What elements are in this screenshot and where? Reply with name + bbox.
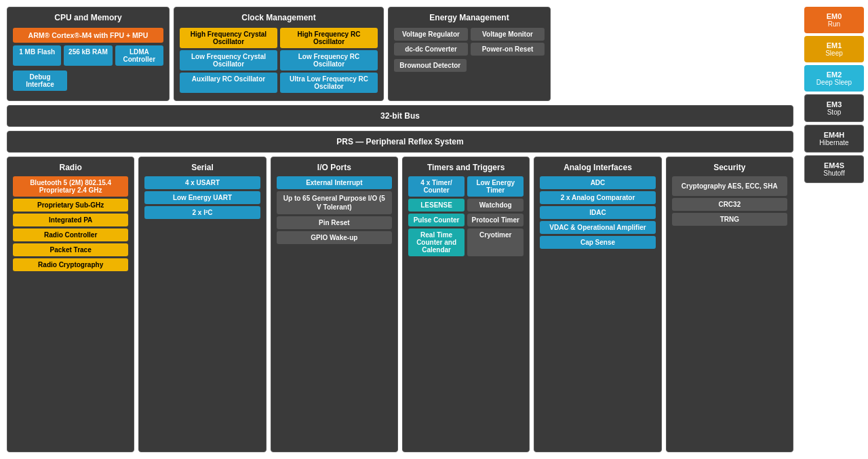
por-btn: Power-on Reset — [471, 43, 545, 56]
io-section: I/O Ports External Interrupt Up to 65 Ge… — [271, 157, 398, 452]
lfxo-btn: Low Frequency Crystal Oscillator — [180, 50, 277, 71]
rtc-btn: Real Time Counter and Calendar — [408, 228, 465, 256]
pin-btn: Pin Reset — [277, 216, 392, 229]
em0-badge: EM0 Run — [804, 7, 864, 33]
watchdog-btn: Watchdog — [467, 199, 524, 212]
vdac-btn: VDAC & Operational Amplifier — [540, 221, 655, 234]
clock-section: Clock Management High Frequency Crystal … — [174, 7, 384, 101]
cryo-btn: Cryotimer — [467, 228, 524, 256]
clock-title: Clock Management — [180, 13, 378, 22]
timers-row3: Pulse Counter Protocol Timer — [408, 214, 524, 228]
cpu-section: CPU and Memory ARM® Cortex®-M4 with FPU … — [7, 7, 170, 101]
timers-row2: LESENSE Watchdog — [408, 199, 524, 214]
main-content: CPU and Memory ARM® Cortex®-M4 with FPU … — [0, 0, 800, 459]
wake-btn: GPIO Wake-up — [277, 231, 392, 244]
cap-btn: Cap Sense — [540, 236, 655, 249]
em3-sub: Stop — [808, 108, 861, 116]
pulse-btn: Pulse Counter — [408, 214, 465, 226]
em2-badge: EM2 Deep Sleep — [804, 65, 864, 92]
bt-btn: Bluetooth 5 (2M) 802.15.4 Proprietary 2.… — [13, 176, 128, 197]
trng-btn: TRNG — [672, 213, 787, 226]
em4s-sub: Shutoff — [808, 169, 861, 177]
usart-btn: 4 x USART — [144, 176, 260, 189]
ctrl-btn: Radio Controller — [13, 228, 128, 241]
io-title: I/O Ports — [277, 163, 392, 172]
ext-btn: External Interrupt — [277, 176, 392, 189]
gpio-btn: Up to 65 General Purpose I/O (5 V Tolera… — [277, 191, 392, 214]
ldma-btn: LDMA Controller — [115, 45, 163, 66]
em0-sub: Run — [807, 20, 861, 28]
timers-title: Timers and Triggers — [408, 163, 524, 172]
energy-title: Energy Management — [394, 13, 545, 22]
em2-label: EM2 — [807, 71, 861, 79]
em3-label: EM3 — [808, 100, 861, 108]
timers-row4: Real Time Counter and Calendar Cryotimer — [408, 228, 524, 258]
radio-title: Radio — [13, 163, 128, 172]
bottom-row: Radio Bluetooth 5 (2M) 802.15.4 Propriet… — [7, 157, 793, 452]
debug-btn: Debug Interface — [13, 71, 67, 91]
prs-row: PRS — Peripheral Reflex System — [7, 131, 793, 153]
timers-section: Timers and Triggers 4 x Timer/ Counter L… — [402, 157, 530, 452]
flash-btn: 1 MB Flash — [13, 45, 61, 66]
hfxo-btn: High Frequency Crystal Oscillator — [180, 28, 277, 48]
analog-title: Analog Interfaces — [540, 163, 655, 172]
clock-row2: Low Frequency Crystal Oscillator Low Fre… — [180, 50, 378, 73]
em1-badge: EM1 Sleep — [804, 36, 864, 62]
trace-btn: Packet Trace — [13, 243, 128, 256]
em4s-badge: EM4S Shutoff — [804, 155, 864, 183]
vmon-btn: Voltage Monitor — [471, 28, 545, 41]
em4h-label: EM4H — [808, 131, 861, 139]
dcdc-btn: dc-dc Converter — [394, 43, 468, 56]
cpu-title: CPU and Memory — [13, 13, 163, 22]
crc-btn: CRC32 — [672, 198, 787, 211]
timer-btn: 4 x Timer/ Counter — [408, 176, 465, 197]
serial-title: Serial — [144, 163, 260, 172]
vreg-btn: Voltage Regulator — [394, 28, 468, 41]
energy-section: Energy Management Voltage Regulator Volt… — [388, 7, 551, 101]
em4h-sub: Hibernate — [808, 139, 861, 146]
clock-row3: Auxillary RC Oscillator Ultra Low Freque… — [180, 73, 378, 95]
energy-row2: dc-dc Converter Power-on Reset — [394, 43, 545, 58]
em1-sub: Sleep — [807, 49, 861, 57]
idac-btn: IDAC — [540, 206, 655, 219]
crypto-btn: Radio Cryptography — [13, 258, 128, 271]
letimer-btn: Low Energy Timer — [467, 176, 524, 197]
energy-row1: Voltage Regulator Voltage Monitor — [394, 28, 545, 43]
timers-row1: 4 x Timer/ Counter Low Energy Timer — [408, 176, 524, 199]
pa-btn: Integrated PA — [13, 214, 128, 226]
arm-btn: ARM® Cortex®-M4 with FPU + MPU — [13, 28, 163, 43]
adc-btn: ADC — [540, 176, 655, 189]
em0-label: EM0 — [807, 12, 861, 20]
top-row: CPU and Memory ARM® Cortex®-M4 with FPU … — [7, 7, 793, 101]
comp-btn: 2 x Analog Comparator — [540, 191, 655, 204]
ram-btn: 256 kB RAM — [64, 45, 112, 66]
ulfrco-btn: Ultra Low Frequency RC Oscilator — [280, 73, 378, 93]
leuart-btn: Low Energy UART — [144, 191, 260, 204]
em4h-badge: EM4H Hibernate — [804, 125, 864, 153]
memory-row: 1 MB Flash 256 kB RAM LDMA Controller — [13, 45, 163, 68]
radio-section: Radio Bluetooth 5 (2M) 802.15.4 Propriet… — [7, 157, 134, 452]
sidebar: EM0 Run EM1 Sleep EM2 Deep Sleep EM3 Sto… — [800, 0, 868, 459]
em2-sub: Deep Sleep — [807, 79, 861, 86]
serial-section: Serial 4 x USART Low Energy UART 2 x I²C — [138, 157, 266, 452]
analog-section: Analog Interfaces ADC 2 x Analog Compara… — [534, 157, 661, 452]
security-section: Security Cryptography AES, ECC, SHA CRC3… — [666, 157, 793, 452]
security-title: Security — [672, 163, 787, 172]
crypto-sec-btn: Cryptography AES, ECC, SHA — [672, 176, 787, 196]
hfrco-btn: High Frequency RC Oscillator — [280, 28, 378, 48]
lfrco-btn: Low Frequency RC Oscillator — [280, 50, 378, 71]
i2c-btn: 2 x I²C — [144, 206, 260, 219]
em1-label: EM1 — [807, 41, 861, 49]
bus-row: 32-bit Bus — [7, 105, 793, 127]
bod-btn: Brownout Detector — [394, 59, 467, 72]
auxrc-btn: Auxillary RC Oscillator — [180, 73, 277, 93]
em4s-label: EM4S — [808, 161, 861, 169]
proto-btn: Protocol Timer — [467, 214, 524, 226]
sub-btn: Proprietary Sub-GHz — [13, 199, 128, 212]
lesense-btn: LESENSE — [408, 199, 465, 212]
clock-row1: High Frequency Crystal Oscillator High F… — [180, 28, 378, 50]
em3-badge: EM3 Stop — [804, 94, 864, 122]
